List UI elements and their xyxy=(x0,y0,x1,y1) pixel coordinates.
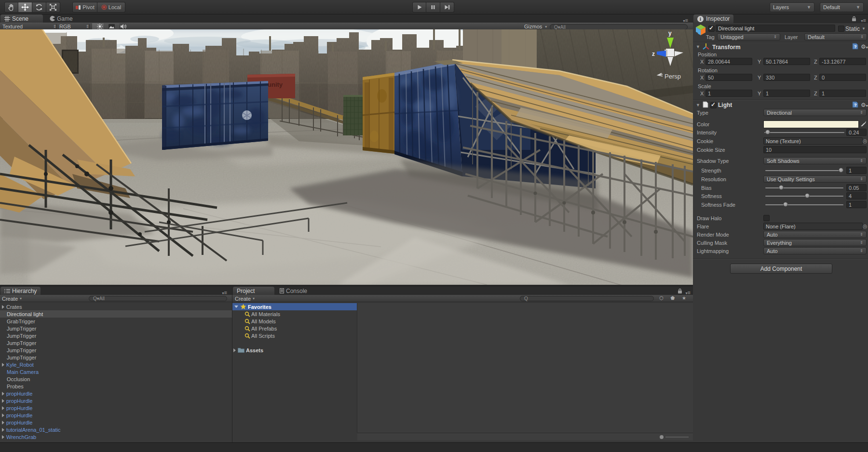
svg-text:?: ? xyxy=(854,103,857,107)
svg-text:Persp: Persp xyxy=(665,73,681,80)
svg-text:unity: unity xyxy=(268,81,283,88)
svg-text:y: y xyxy=(668,30,672,37)
svg-text:?: ? xyxy=(854,44,857,49)
svg-text:z: z xyxy=(652,51,655,57)
